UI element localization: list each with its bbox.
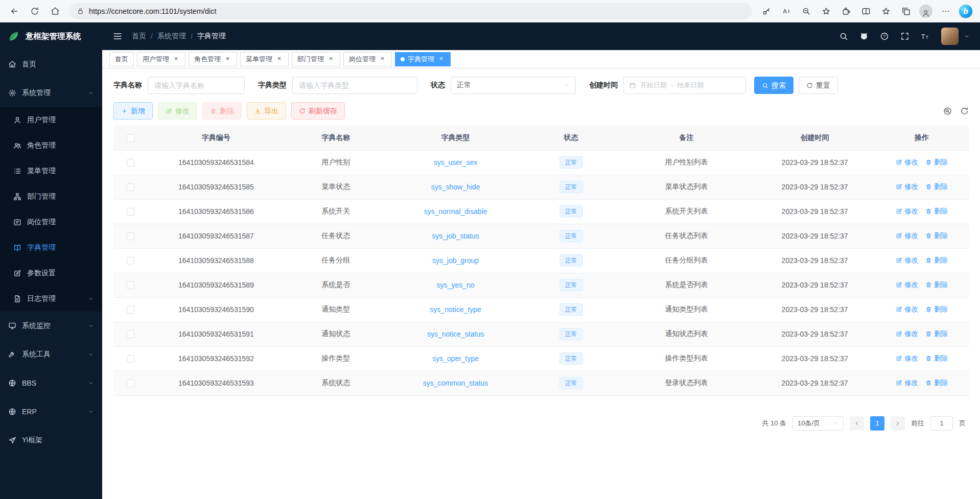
row-delete-button[interactable]: 删除	[925, 256, 948, 265]
user-avatar[interactable]	[941, 28, 959, 45]
breadcrumb-item[interactable]: 首页	[132, 32, 146, 41]
row-edit-button[interactable]: 修改	[896, 280, 918, 290]
dict-type-link[interactable]: sys_user_sex	[434, 158, 478, 167]
close-icon[interactable]: ×	[224, 55, 231, 63]
date-range-picker[interactable]: 开始日期 - 结束日期	[623, 77, 746, 94]
dict-name-input[interactable]	[148, 77, 245, 94]
tab-item[interactable]: 岗位管理×	[343, 52, 392, 66]
row-checkbox[interactable]	[127, 306, 134, 314]
close-icon[interactable]: ×	[327, 55, 335, 63]
close-icon[interactable]: ×	[379, 55, 386, 63]
sidebar-item[interactable]: 角色管理	[0, 133, 102, 158]
dict-type-link[interactable]: sys_job_status	[432, 232, 479, 240]
dict-type-link[interactable]: sys_oper_type	[432, 354, 479, 363]
refresh-page-button[interactable]	[26, 3, 44, 20]
sidebar-item[interactable]: 系统管理	[0, 79, 102, 107]
row-delete-button[interactable]: 删除	[925, 158, 948, 167]
row-delete-button[interactable]: 删除	[925, 182, 948, 192]
help-button[interactable]: ?	[880, 32, 889, 41]
row-checkbox[interactable]	[127, 281, 134, 289]
close-icon[interactable]: ×	[437, 55, 445, 63]
dict-type-link[interactable]: sys_job_group	[432, 256, 479, 265]
export-button[interactable]: 导出	[247, 102, 286, 120]
breadcrumb-item[interactable]: 系统管理	[157, 32, 186, 41]
next-page-button[interactable]	[891, 416, 905, 431]
extensions-button[interactable]	[837, 3, 855, 20]
sidebar-item[interactable]: BBS	[0, 369, 102, 397]
refresh-cache-button[interactable]: 刷新缓存	[291, 102, 345, 120]
row-delete-button[interactable]: 删除	[925, 329, 948, 339]
search-button[interactable]	[839, 32, 848, 41]
row-checkbox[interactable]	[127, 183, 134, 191]
prev-page-button[interactable]	[850, 416, 864, 431]
row-delete-button[interactable]: 删除	[925, 207, 948, 216]
dict-type-input[interactable]	[292, 77, 417, 94]
sidebar-toggle-button[interactable]	[112, 31, 123, 41]
dict-type-link[interactable]: sys_normal_disable	[424, 207, 487, 216]
tab-item[interactable]: 首页	[109, 52, 134, 66]
dict-type-link[interactable]: sys_notice_type	[430, 305, 481, 314]
sidebar-item[interactable]: 参数设置	[0, 260, 102, 286]
row-edit-button[interactable]: 修改	[896, 182, 918, 192]
zoom-out-button[interactable]	[797, 3, 815, 20]
sidebar-item[interactable]: 用户管理	[0, 107, 102, 133]
tab-item[interactable]: 菜单管理×	[240, 52, 289, 66]
split-screen-button[interactable]	[857, 3, 875, 20]
row-checkbox[interactable]	[127, 330, 134, 338]
tab-item[interactable]: 用户管理×	[137, 52, 185, 66]
browser-home-button[interactable]	[46, 3, 64, 20]
row-edit-button[interactable]: 修改	[896, 305, 918, 314]
refresh-table-button[interactable]	[960, 107, 969, 115]
sidebar-item[interactable]: 部门管理	[0, 184, 102, 209]
favorite-star-button[interactable]	[817, 3, 835, 20]
sidebar-item[interactable]: Yi框架	[0, 426, 102, 455]
row-checkbox[interactable]	[127, 232, 134, 240]
row-delete-button[interactable]: 删除	[925, 280, 948, 290]
edit-button[interactable]: 修改	[158, 102, 197, 120]
favorites-bar-button[interactable]	[877, 3, 895, 20]
github-button[interactable]	[859, 32, 869, 41]
page-size-select[interactable]: 10条/页	[792, 416, 844, 431]
dict-type-link[interactable]: sys_notice_status	[427, 330, 484, 338]
sidebar-item[interactable]: 日志管理	[0, 286, 102, 312]
tab-item[interactable]: 部门管理×	[292, 52, 340, 66]
row-edit-button[interactable]: 修改	[896, 256, 918, 265]
toggle-search-button[interactable]	[943, 107, 952, 115]
copilot-button[interactable]: b	[956, 3, 975, 20]
row-delete-button[interactable]: 删除	[925, 378, 948, 388]
row-checkbox[interactable]	[127, 208, 134, 216]
more-button[interactable]	[937, 3, 955, 20]
tab-item[interactable]: 角色管理×	[189, 52, 237, 66]
status-select[interactable]: 正常	[451, 77, 576, 94]
text-size-button[interactable]: TT	[921, 32, 930, 41]
dict-type-link[interactable]: sys_common_status	[423, 379, 488, 387]
row-edit-button[interactable]: 修改	[896, 231, 918, 241]
close-icon[interactable]: ×	[172, 55, 180, 63]
add-button[interactable]: 新增	[113, 102, 153, 120]
row-checkbox[interactable]	[127, 159, 134, 167]
row-delete-button[interactable]: 删除	[925, 354, 948, 363]
current-page-button[interactable]: 1	[870, 416, 884, 431]
row-checkbox[interactable]	[127, 257, 134, 265]
row-checkbox[interactable]	[127, 355, 134, 363]
sidebar-item[interactable]: 字典管理	[0, 235, 102, 260]
goto-page-input[interactable]	[930, 416, 953, 431]
tab-item[interactable]: 字典管理×	[395, 52, 451, 66]
row-edit-button[interactable]: 修改	[896, 207, 918, 216]
dict-type-link[interactable]: sys_show_hide	[431, 183, 480, 191]
row-edit-button[interactable]: 修改	[896, 378, 918, 388]
row-checkbox[interactable]	[127, 379, 134, 387]
key-button[interactable]	[757, 3, 776, 20]
collections-button[interactable]	[897, 3, 915, 20]
sidebar-item[interactable]: ERP	[0, 397, 102, 426]
read-aloud-button[interactable]: A	[777, 3, 796, 20]
address-bar[interactable]: https://ccnetcore.com:1101/system/dict	[69, 3, 752, 19]
row-edit-button[interactable]: 修改	[896, 158, 918, 167]
sidebar-item[interactable]: 岗位管理	[0, 209, 102, 235]
row-delete-button[interactable]: 删除	[925, 231, 948, 241]
sidebar-item[interactable]: 系统工具	[0, 340, 102, 369]
close-icon[interactable]: ×	[275, 55, 283, 63]
back-button[interactable]	[5, 3, 24, 20]
select-all-checkbox[interactable]	[127, 134, 134, 142]
sidebar-item[interactable]: 系统监控	[0, 312, 102, 340]
